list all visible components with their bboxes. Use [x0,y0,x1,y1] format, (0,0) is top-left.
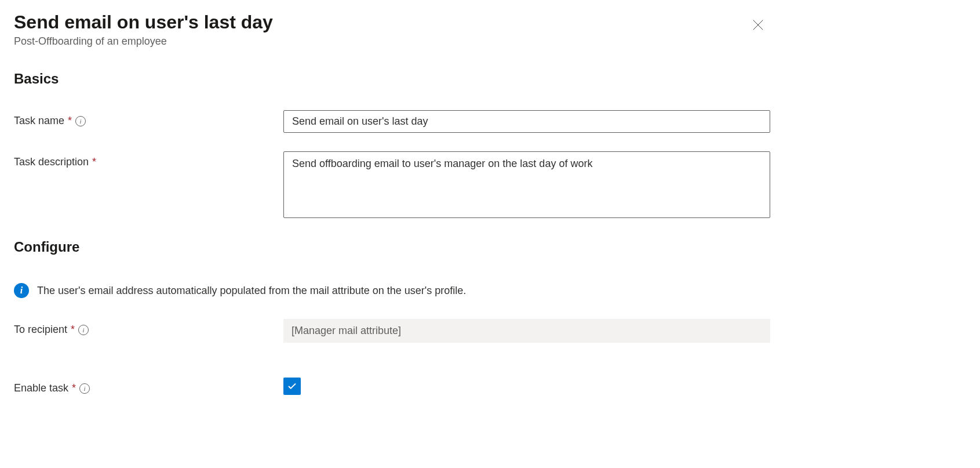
enable-task-checkbox[interactable] [283,378,301,395]
basics-heading: Basics [14,71,966,87]
task-description-label: Task description [14,156,89,168]
configure-heading: Configure [14,239,966,255]
info-icon[interactable]: i [78,325,89,335]
page-title: Send email on user's last day [14,12,747,33]
info-icon[interactable]: i [75,116,86,126]
info-banner-icon: i [14,283,29,298]
enable-task-label: Enable task [14,382,68,394]
to-recipient-label: To recipient [14,324,67,336]
info-icon[interactable]: i [79,383,90,394]
task-name-label: Task name [14,115,64,127]
task-name-input[interactable] [283,110,770,133]
page-subtitle: Post-Offboarding of an employee [14,35,747,48]
required-indicator: * [68,115,72,127]
task-description-input[interactable]: Send offboarding email to user's manager… [283,151,770,218]
required-indicator: * [92,156,96,168]
close-button[interactable] [747,14,769,38]
close-icon [752,19,764,31]
checkmark-icon [287,381,297,391]
required-indicator: * [71,324,75,336]
to-recipient-input [283,319,770,343]
required-indicator: * [72,382,76,394]
info-banner-text: The user's email address automatically p… [37,285,466,297]
